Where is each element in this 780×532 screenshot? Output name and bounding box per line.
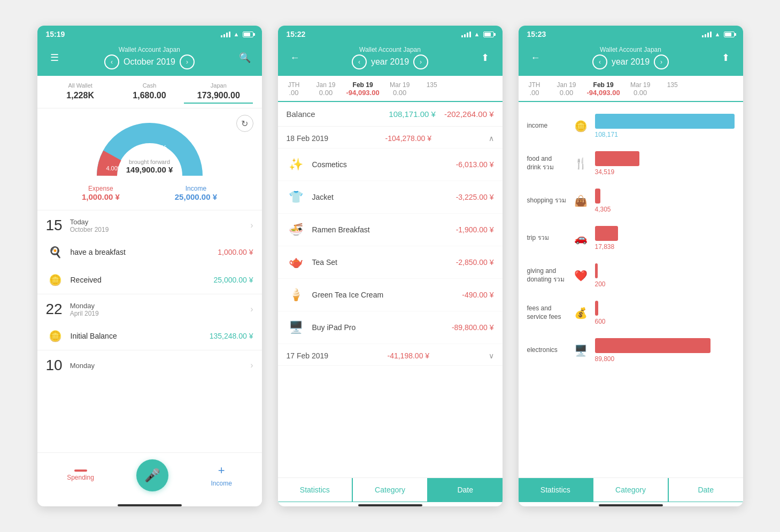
month-tabs[interactable]: JTH .00 Jan 19 0.00 Feb 19 -94,093.00 Ma… [278,76,503,102]
status-bar-3: 15:23 ▲ [519,26,743,41]
month-tab-mar[interactable]: Mar 19 0.00 [384,81,416,97]
header-2: ← Wallet Account Japan ‹ year 2019 › ⬆ [278,41,503,76]
trip-stat-icon: 🚗 [572,229,591,248]
phone-2: 15:22 ▲ ← Wallet Account Japan ‹ ye [278,26,503,506]
shopping-bar [595,189,600,204]
header-3: ← Wallet Account Japan ‹ year 2019 › ⬆ [519,41,743,76]
prev-month-btn[interactable]: ‹ [104,54,119,69]
collapse-icon: ∧ [489,134,494,143]
tab-date-3[interactable]: Date [668,478,743,502]
cosmetics-icon: ✨ [287,155,306,174]
list-item[interactable]: 🍜 Ramen Breakfast -1,900.00 ¥ [278,214,503,246]
bottom-nav: Spending 🎤 + Income [37,452,262,502]
header-title-3: Wallet Account Japan [544,46,717,53]
share-icon[interactable]: ⬆ [477,49,494,66]
all-wallet-tab[interactable]: All Wallet 1,228K [46,82,115,104]
balance-row: Balance 108,171.00 ¥ -202,264.00 ¥ [278,102,503,127]
japan-tab[interactable]: Japan 173,900.00 [184,82,253,104]
expense-date-18feb[interactable]: 18 Feb 2019 -104,278.00 ¥ ∧ [278,127,503,148]
menu-icon[interactable]: ☰ [46,49,63,66]
wifi-icon: ▲ [234,31,240,37]
cash-tab[interactable]: Cash 1,680.00 [115,82,184,104]
income-stat-icon: 🪙 [572,116,591,136]
next-month-btn[interactable]: › [180,54,195,69]
signal-icon [221,32,230,37]
next-year-btn[interactable]: › [413,54,428,69]
home-indicator [118,504,182,506]
transaction-list: 15 Today October 2019 › 🍳 have a breakfa… [37,210,262,452]
spending-btn[interactable]: Spending [67,470,94,481]
expense-col: Expense 1,000.00 ¥ [82,185,120,201]
teaset-icon: 🫖 [287,253,306,272]
month-tab-feb-3[interactable]: Feb 19 -94,093.00 [583,81,624,97]
tab-statistics-3[interactable]: Statistics [519,478,593,502]
plus-icon: + [218,464,225,478]
electronics-stat-icon: 🖥️ [572,341,591,360]
list-item[interactable]: ✨ Cosmetics -6,013.00 ¥ [278,148,503,181]
mic-btn[interactable]: 🎤 [136,459,168,491]
time-2: 15:22 [287,30,306,38]
header-controls-1: ☰ Wallet Account Japan ‹ October 2019 › … [46,46,253,69]
balance-tabs: All Wallet 1,228K Cash 1,680.00 Japan 17… [37,76,262,108]
date-group-today: 15 Today October 2019 › 🍳 have a breakfa… [37,210,262,294]
signal-icon [461,32,471,37]
refresh-btn[interactable]: ↻ [236,115,253,132]
prev-year-btn[interactable]: ‹ [352,54,367,69]
month-tabs-3[interactable]: JTH .00 Jan 19 0.00 Feb 19 -94,093.00 Ma… [519,76,743,102]
list-item[interactable]: 🪙 Initial Balance 135,248.00 ¥ [37,322,262,350]
donut-chart: 96.00% 4.00% brought forward 149,900.00 … [96,117,203,178]
chevron-right-icon: › [250,361,253,370]
expense-date-17feb[interactable]: 17 Feb 2019 -41,198.00 ¥ ∨ [278,344,503,366]
back-icon-3[interactable]: ← [527,49,544,66]
date-header-today[interactable]: 15 Today October 2019 › [37,210,262,238]
time-1: 15:19 [46,30,65,38]
search-icon[interactable]: 🔍 [236,49,253,66]
electronics-bar [595,338,711,353]
month-tab-feb[interactable]: Feb 19 -94,093.00 [342,81,384,97]
month-tab-jth[interactable]: JTH .00 [278,81,310,97]
month-tab-extra-3[interactable]: 135 [657,81,689,97]
status-bar-1: 15:19 ▲ [37,26,262,41]
month-tab-jth-3[interactable]: JTH .00 [519,81,551,97]
income-col: Income 25,000.00 ¥ [175,185,217,201]
tab-category-2[interactable]: Category [352,478,428,502]
prev-year-btn-3[interactable]: ‹ [592,54,607,69]
tab-statistics-2[interactable]: Statistics [278,478,353,502]
tab-date-2[interactable]: Date [428,478,503,502]
list-item[interactable]: 🍦 Green Tea Ice Cream -490.00 ¥ [278,279,503,311]
list-item[interactable]: 👕 Jacket -3,225.00 ¥ [278,181,503,214]
expand-icon: ∨ [489,351,494,360]
status-bar-2: 15:22 ▲ [278,26,503,41]
month-tab-mar-3[interactable]: Mar 19 0.00 [624,81,657,97]
list-item[interactable]: 🍳 have a breakfast 1,000.00 ¥ [37,238,262,266]
trip-bar [595,226,618,241]
back-icon[interactable]: ← [287,49,304,66]
ipad-icon: 🖥️ [287,318,306,337]
tab-category-3[interactable]: Category [593,478,668,502]
month-tab-jan-3[interactable]: Jan 19 0.00 [551,81,583,97]
expense-list: 18 Feb 2019 -104,278.00 ¥ ∧ ✨ Cosmetics … [278,127,503,478]
stat-row-income: income 🪙 108,171 [519,108,743,144]
phone-1: 15:19 ▲ ☰ Wallet Account Japan ‹ Oc [37,26,262,506]
svg-text:96.00%: 96.00% [143,144,167,152]
month-tab-extra[interactable]: 135 [416,81,448,97]
share-icon-3[interactable]: ⬆ [717,49,735,66]
header-subtitle-3: year 2019 [612,57,650,67]
date-header-monday[interactable]: 22 Monday April 2019 › [37,294,262,322]
next-year-btn-3[interactable]: › [654,54,669,69]
food-bar [595,151,640,166]
list-item[interactable]: 🪙 Received 25,000.00 ¥ [37,266,262,294]
header-controls-2: ← Wallet Account Japan ‹ year 2019 › ⬆ [287,46,494,69]
status-icons-3: ▲ [702,31,735,37]
bottom-tabs-2: Statistics Category Date [278,478,503,502]
received-icon: 🪙 [46,270,65,290]
list-item[interactable]: 🫖 Tea Set -2,850.00 ¥ [278,246,503,279]
stats-scroll: income 🪙 108,171 food and drink รวม 🍴 34… [519,102,743,478]
chevron-right-icon: › [250,304,253,314]
date-header-monday-10[interactable]: 10 Monday › [37,350,262,378]
list-item[interactable]: 🖥️ Buy iPad Pro -89,800.00 ¥ [278,311,503,344]
income-btn[interactable]: + Income [211,464,231,487]
income-bar [595,114,735,129]
month-tab-jan[interactable]: Jan 19 0.00 [310,81,342,97]
chart-center: brought forward 149,900.00 ¥ [126,159,173,174]
